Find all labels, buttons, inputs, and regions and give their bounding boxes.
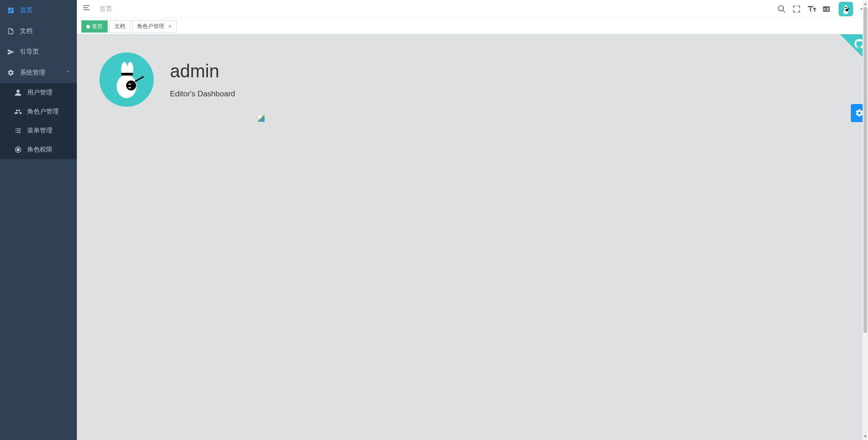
main-panel: 首页 A文 bbox=[77, 0, 868, 440]
svg-rect-10 bbox=[847, 8, 849, 9]
users-icon bbox=[14, 108, 22, 115]
sidebar-subitem-roles[interactable]: 角色户管理 bbox=[0, 102, 77, 121]
tab-label: 文档 bbox=[114, 23, 125, 30]
topbar-left: 首页 bbox=[82, 4, 112, 14]
sidebar-item-label: 引导页 bbox=[20, 48, 39, 56]
avatar[interactable] bbox=[839, 2, 853, 16]
sidebar-item-label: 首页 bbox=[20, 6, 33, 14]
sidebar: 首页 文档 引导页 系统管理 ⌃ 用户管理 角色户管理 菜单管理 bbox=[0, 0, 77, 440]
svg-line-4 bbox=[783, 10, 785, 12]
sidebar-subitem-permission[interactable]: 角色权限 bbox=[0, 140, 77, 159]
sidebar-subitem-menu[interactable]: 菜单管理 bbox=[0, 121, 77, 140]
close-icon[interactable]: ✕ bbox=[168, 24, 172, 29]
svg-rect-15 bbox=[121, 73, 133, 76]
sidebar-subitem-label: 角色权限 bbox=[27, 146, 52, 154]
gear-icon bbox=[7, 69, 14, 76]
tab-active-dot bbox=[86, 25, 90, 28]
sidebar-subitem-users[interactable]: 用户管理 bbox=[0, 83, 77, 102]
profile-name: admin bbox=[170, 61, 235, 81]
target-icon bbox=[14, 146, 22, 153]
profile-text: admin Editor's Dashboard bbox=[170, 61, 235, 99]
sidebar-subitem-label: 用户管理 bbox=[27, 89, 52, 97]
profile-header: admin Editor's Dashboard bbox=[77, 34, 868, 111]
scrollbar-track[interactable]: ▲ ▼ bbox=[863, 0, 868, 440]
user-icon bbox=[14, 89, 22, 96]
tab-docs[interactable]: 文档 bbox=[109, 20, 130, 33]
tab-roles[interactable]: 角色户管理 ✕ bbox=[132, 20, 177, 33]
tab-label: 角色户管理 bbox=[137, 23, 164, 30]
language-icon[interactable]: A文 bbox=[822, 5, 830, 13]
list-icon bbox=[14, 127, 22, 134]
sidebar-item-home[interactable]: 首页 bbox=[0, 0, 77, 21]
sidebar-item-guide[interactable]: 引导页 bbox=[0, 42, 77, 62]
hamburger-icon[interactable] bbox=[82, 4, 90, 14]
sidebar-subitem-label: 菜单管理 bbox=[27, 127, 52, 135]
scroll-down-arrow[interactable]: ▼ bbox=[863, 433, 868, 440]
font-size-icon[interactable] bbox=[807, 5, 816, 14]
sidebar-item-system[interactable]: 系统管理 ⌃ bbox=[0, 62, 77, 83]
svg-point-3 bbox=[778, 5, 784, 11]
svg-rect-11 bbox=[844, 7, 847, 8]
sidebar-subitem-label: 角色户管理 bbox=[27, 108, 59, 116]
scrollbar-thumb[interactable] bbox=[863, 7, 867, 333]
tab-row: 首页 文档 角色户管理 ✕ bbox=[77, 18, 868, 34]
topbar: 首页 A文 bbox=[77, 0, 868, 18]
profile-avatar bbox=[99, 52, 154, 107]
svg-rect-19 bbox=[128, 84, 131, 85]
svg-rect-17 bbox=[135, 76, 144, 82]
svg-text:A文: A文 bbox=[823, 7, 829, 11]
tab-home[interactable]: 首页 bbox=[81, 20, 108, 33]
svg-point-16 bbox=[126, 80, 136, 90]
send-icon bbox=[7, 48, 14, 56]
search-icon[interactable] bbox=[777, 5, 786, 14]
chevron-down-icon: ⌃ bbox=[66, 70, 71, 76]
sidebar-item-label: 文档 bbox=[20, 27, 33, 35]
document-icon bbox=[7, 28, 14, 35]
scroll-up-arrow[interactable]: ▲ bbox=[863, 0, 868, 7]
content-area: admin Editor's Dashboard bbox=[77, 34, 868, 440]
broken-image-icon bbox=[258, 115, 265, 122]
breadcrumb: 首页 bbox=[99, 5, 112, 13]
fullscreen-icon[interactable] bbox=[793, 5, 801, 13]
dashboard-icon bbox=[7, 7, 14, 14]
topbar-right: A文 ▾ bbox=[777, 2, 863, 16]
profile-subtitle: Editor's Dashboard bbox=[170, 90, 235, 99]
svg-rect-18 bbox=[128, 87, 131, 88]
tab-label: 首页 bbox=[92, 23, 103, 30]
sidebar-item-label: 系统管理 bbox=[20, 69, 45, 77]
sidebar-item-docs[interactable]: 文档 bbox=[0, 21, 77, 42]
